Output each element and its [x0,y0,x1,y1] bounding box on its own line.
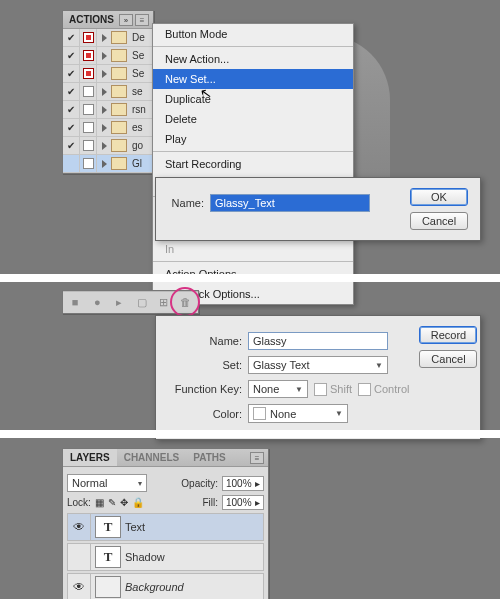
folder-icon [111,67,127,80]
folder-icon [111,139,127,152]
tab-channels[interactable]: CHANNELS [117,449,187,466]
lock-brush-icon[interactable]: ✎ [108,497,116,508]
toggle-checkbox[interactable]: ✔ [63,47,80,64]
expand-icon[interactable] [97,160,111,168]
action-label: se [130,86,143,97]
record-icon[interactable]: ● [91,295,103,309]
menu-item[interactable]: Delete [153,109,353,129]
action-row[interactable]: ✔go [63,137,153,155]
dialog-toggle[interactable] [80,137,97,154]
folder-icon [111,49,127,62]
dialog-toggle[interactable] [80,65,97,82]
action-row[interactable]: ✔De [63,29,153,47]
toggle-checkbox[interactable]: ✔ [63,137,80,154]
toggle-checkbox[interactable]: ✔ [63,101,80,118]
toggle-checkbox[interactable]: ✔ [63,65,80,82]
toggle-checkbox[interactable]: ✔ [63,119,80,136]
section-divider [0,274,500,282]
expand-icon[interactable] [97,88,111,96]
blend-mode-combo[interactable]: Normal▾ [67,474,147,492]
menu-item[interactable]: Play [153,129,353,149]
folder-icon [111,121,127,134]
menu-item[interactable]: Start Recording [153,154,353,174]
control-checkbox[interactable]: Control [358,383,409,396]
layer-row[interactable]: 👁TText [67,513,264,541]
play-icon[interactable]: ▸ [113,295,125,309]
new-action-dialog: Name: Glassy Set: Glassy Text ▼ Function… [155,315,481,440]
action-label: Se [130,68,144,79]
action-row[interactable]: ✔Se [63,47,153,65]
expand-icon[interactable] [97,124,111,132]
shift-checkbox[interactable]: Shift [314,383,352,396]
lock-all-icon[interactable]: 🔒 [132,497,144,508]
action-row[interactable]: ✔es [63,119,153,137]
toggle-checkbox[interactable]: ✔ [63,29,80,46]
tab-paths[interactable]: PATHS [186,449,232,466]
actions-list: ✔De✔Se✔Se✔se✔rsn✔es✔goGl [63,29,153,173]
lock-transparency-icon[interactable]: ▦ [95,497,104,508]
function-key-combo[interactable]: None ▼ [248,380,308,398]
dialog-toggle[interactable] [80,155,97,172]
actions-panel-header: ACTIONS » ≡ [63,11,153,29]
tab-layers[interactable]: LAYERS [63,449,117,466]
highlight-circle [170,287,200,317]
layer-name: Text [125,521,145,533]
lock-label: Lock: [67,497,91,508]
visibility-icon[interactable]: 👁 [68,574,91,599]
menu-item[interactable]: In [153,239,353,259]
expand-icon[interactable] [97,34,111,42]
dialog-toggle[interactable] [80,101,97,118]
layer-name: Background [125,581,184,593]
chevron-right-icon: ▸ [255,478,260,489]
folder-icon [111,31,127,44]
menu-item[interactable]: Button Mode [153,24,353,44]
new-action-icon[interactable]: ⊞ [158,295,170,309]
fill-input[interactable]: 100%▸ [222,495,264,510]
lock-move-icon[interactable]: ✥ [120,497,128,508]
toggle-checkbox[interactable] [63,155,80,172]
panel-menu-icon[interactable]: ≡ [135,14,149,26]
visibility-icon[interactable] [68,544,91,570]
dialog-toggle[interactable] [80,29,97,46]
action-label: De [130,32,145,43]
dialog-toggle[interactable] [80,119,97,136]
expand-icon[interactable] [97,52,111,60]
action-name-input[interactable]: Glassy [248,332,388,350]
action-row[interactable]: ✔Se [63,65,153,83]
opacity-input[interactable]: 100%▸ [222,476,264,491]
toggle-checkbox[interactable]: ✔ [63,83,80,100]
actions-title: ACTIONS [69,14,114,25]
new-set-icon[interactable]: ▢ [136,295,148,309]
folder-icon [111,103,127,116]
dialog-toggle[interactable] [80,47,97,64]
stop-icon[interactable]: ■ [69,295,81,309]
dialog-toggle[interactable] [80,83,97,100]
layer-name: Shadow [125,551,165,563]
layer-row[interactable]: 👁Background [67,573,264,599]
action-row[interactable]: Gl [63,155,153,173]
layers-panel-header: LAYERSCHANNELSPATHS ≡ [63,449,268,467]
set-name-input[interactable]: Glassy_Text [210,194,370,212]
actions-panel: ACTIONS » ≡ ✔De✔Se✔Se✔se✔rsn✔es✔goGl [62,10,154,174]
visibility-icon[interactable]: 👁 [68,514,91,540]
set-label: Set: [168,359,242,371]
expand-icon[interactable] [97,142,111,150]
set-combo[interactable]: Glassy Text ▼ [248,356,388,374]
cancel-button[interactable]: Cancel [410,212,468,230]
menu-item[interactable]: Duplicate [153,89,353,109]
panel-collapse-icon[interactable]: » [119,14,133,26]
layer-row[interactable]: TShadow [67,543,264,571]
menu-item[interactable]: New Set... [153,69,353,89]
action-row[interactable]: ✔se [63,83,153,101]
expand-icon[interactable] [97,106,111,114]
opacity-label: Opacity: [181,478,218,489]
record-button[interactable]: Record [419,326,477,344]
expand-icon[interactable] [97,70,111,78]
ok-button[interactable]: OK [410,188,468,206]
chevron-right-icon: ▸ [255,497,260,508]
color-combo[interactable]: None ▼ [248,404,348,423]
action-row[interactable]: ✔rsn [63,101,153,119]
cancel-button[interactable]: Cancel [419,350,477,368]
menu-item[interactable]: New Action... [153,49,353,69]
panel-menu-icon[interactable]: ≡ [250,452,264,464]
